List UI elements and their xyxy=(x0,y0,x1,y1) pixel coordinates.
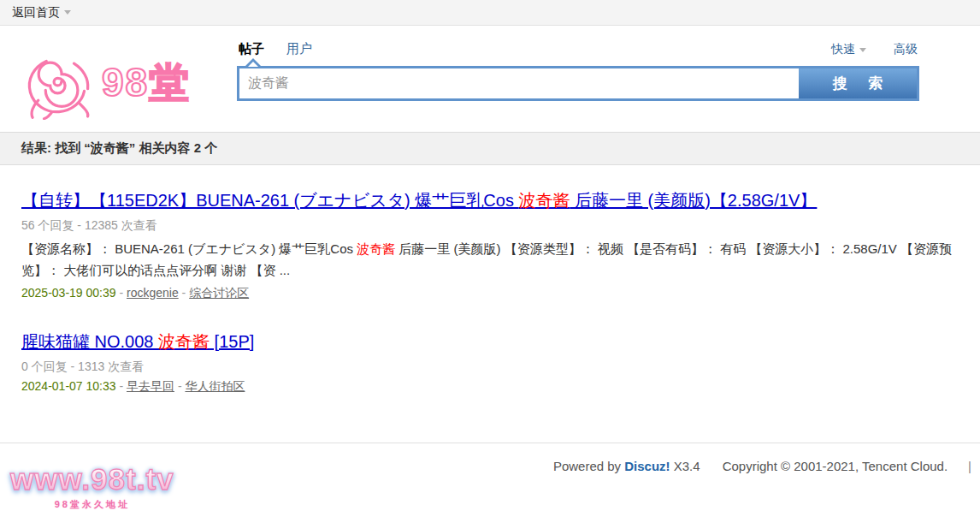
search-box-notch xyxy=(245,58,261,66)
results-summary-bar: 结果: 找到 “波奇酱” 相关内容 2 个 xyxy=(0,132,980,165)
search-tabs-row: 帖子 用户 快速 高级 xyxy=(237,41,919,66)
result-meta: 56 个回复 - 12385 次查看 xyxy=(21,218,959,234)
advanced-search-link[interactable]: 高级 xyxy=(894,42,918,57)
result-item: 腥味猫罐 NO.008 波奇酱 [15P] 0 个回复 - 1313 次查看 2… xyxy=(21,330,959,395)
result-author-link[interactable]: rockgenie xyxy=(127,286,179,300)
result-date: 2024-01-07 10:33 xyxy=(21,379,116,393)
result-item: 【自转】【115ED2K】BUENA-261 (ブエナビスタ) 爆艹巨乳Cos … xyxy=(21,189,959,301)
highlight-keyword: 波奇酱 xyxy=(518,191,570,210)
discuz-link[interactable]: Discuz! xyxy=(624,459,670,473)
search-box: 搜 索 xyxy=(237,66,919,101)
results-list: 【自转】【115ED2K】BUENA-261 (ブエナビスタ) 爆艹巨乳Cos … xyxy=(0,189,980,395)
search-button[interactable]: 搜 索 xyxy=(799,68,917,98)
footer-credits: Powered by Discuz! X3.4Copyright © 2001-… xyxy=(174,459,973,473)
result-title-link[interactable]: 【自转】【115ED2K】BUENA-261 (ブエナビスタ) 爆艹巨乳Cos … xyxy=(21,191,817,210)
highlight-keyword: 波奇酱 xyxy=(357,241,395,256)
footer-separator: | xyxy=(968,459,971,473)
result-snippet: 【资源名称】： BUENA-261 (ブエナビスタ) 爆艹巨乳Cos 波奇酱 后… xyxy=(21,239,959,282)
chevron-down-icon xyxy=(859,48,866,52)
search-mode-links: 快速 高级 xyxy=(831,42,918,57)
result-forum-link[interactable]: 综合讨论区 xyxy=(189,286,249,300)
result-title: 【自转】【115ED2K】BUENA-261 (ブエナビスタ) 爆艹巨乳Cos … xyxy=(21,189,959,211)
search-input[interactable] xyxy=(239,68,799,98)
chevron-down-icon xyxy=(64,10,71,15)
result-author-link[interactable]: 早去早回 xyxy=(127,379,174,393)
back-home-link[interactable]: 返回首页 xyxy=(12,5,71,21)
result-dateline: 2025-03-19 00:39 - rockgenie - 综合讨论区 xyxy=(21,286,959,301)
tab-users[interactable]: 用户 xyxy=(286,41,312,57)
footer-logo[interactable]: www.98t.tv 98堂永久地址 xyxy=(10,462,174,511)
tab-posts[interactable]: 帖子 xyxy=(239,41,264,57)
result-dateline: 2024-01-07 10:33 - 早去早回 - 华人街拍区 xyxy=(21,379,959,395)
discuz-version: X3.4 xyxy=(670,459,700,473)
site-logo-text: 98堂 xyxy=(102,56,190,110)
search-tabs: 帖子 用户 xyxy=(239,41,312,57)
powered-by-label: Powered by xyxy=(553,459,624,473)
header: 98堂 帖子 用户 快速 高级 搜 索 xyxy=(0,26,980,132)
copyright-text: Copyright © 2001-2021, Tencent Cloud. xyxy=(723,459,948,473)
result-title-link[interactable]: 腥味猫罐 NO.008 波奇酱 [15P] xyxy=(21,332,254,351)
result-title: 腥味猫罐 NO.008 波奇酱 [15P] xyxy=(21,330,959,353)
rose-logo-icon xyxy=(21,46,97,120)
quick-search-link[interactable]: 快速 xyxy=(831,42,866,57)
search-block: 帖子 用户 快速 高级 搜 索 xyxy=(237,41,919,120)
footer-logo-text: www.98t.tv xyxy=(10,462,174,496)
result-forum-link[interactable]: 华人街拍区 xyxy=(185,379,245,393)
footer: www.98t.tv 98堂永久地址 Powered by Discuz! X3… xyxy=(0,443,980,511)
back-home-label: 返回首页 xyxy=(12,5,60,19)
footer-logo-subtitle: 98堂永久地址 xyxy=(10,498,174,511)
topbar: 返回首页 xyxy=(0,0,980,26)
result-date: 2025-03-19 00:39 xyxy=(21,286,116,300)
result-meta: 0 个回复 - 1313 次查看 xyxy=(21,359,959,375)
highlight-keyword: 波奇酱 xyxy=(158,332,210,351)
site-logo[interactable]: 98堂 xyxy=(21,46,237,120)
